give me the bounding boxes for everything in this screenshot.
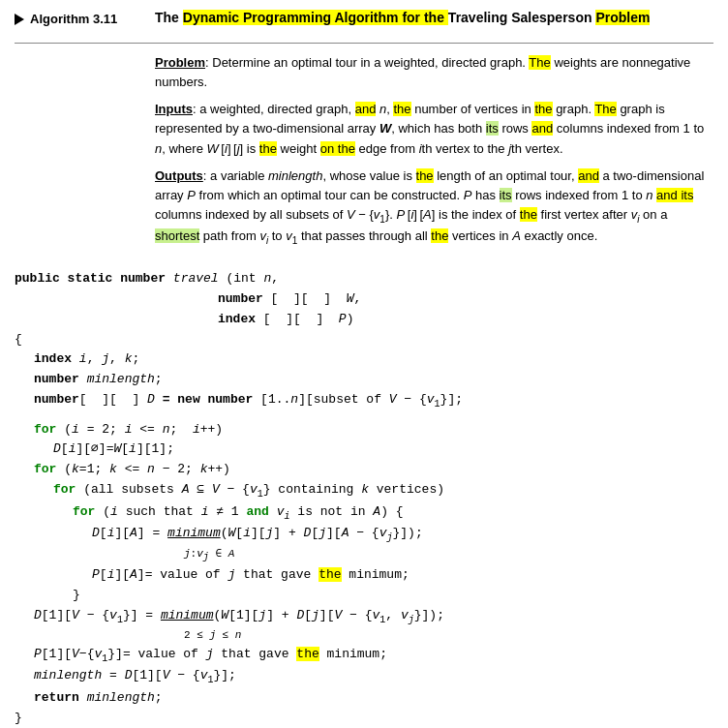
code-p-assign: P[i][A]= value of j that gave the minimu…	[92, 565, 713, 586]
code-vars-number: number minlength;	[34, 370, 713, 390]
main-content: Problem: Determine an optimal tour in a …	[15, 53, 713, 256]
triangle-icon	[15, 14, 24, 25]
problem-label: Problem	[155, 55, 205, 70]
problem-text: : Determine an optimal tour in a weighte…	[155, 55, 690, 89]
code-d1-assign: D[1][V − {v1}] = minimum(W[1][j] + D[j][…	[34, 606, 713, 628]
title-the: The	[155, 10, 183, 25]
outputs-text: : a variable minlength, whose value is t…	[155, 168, 704, 243]
kw-public: public static number	[15, 271, 166, 286]
code-for1: for (i = 2; i <= n; i++)	[34, 420, 713, 440]
outputs-label: Outputs	[155, 168, 203, 183]
fn-name: travel	[173, 271, 219, 286]
code-for2: for (k=1; k <= n − 2; k++)	[34, 460, 713, 480]
code-open-brace: {	[15, 330, 713, 350]
code-d-assign: D[i][A] = minimum(W[i][j] + D[j][A − {vj…	[92, 524, 713, 546]
algorithm-title: The Dynamic Programming Algorithm for th…	[155, 10, 713, 35]
code-subscript2: 2 ≤ j ≤ n	[184, 627, 713, 645]
inputs-paragraph: Inputs: a weighted, directed graph, and …	[155, 100, 713, 158]
code-p1-assign: P[1][V−{v1}]= value of j that gave the m…	[34, 645, 713, 667]
problem-paragraph: Problem: Determine an optimal tour in a …	[155, 53, 713, 92]
code-for4: for (i such that i ≠ 1 and vi is not in …	[73, 502, 713, 525]
outputs-paragraph: Outputs: a variable minlength, whose val…	[155, 167, 713, 248]
code-signature-line: public static number travel (int n,	[15, 269, 713, 289]
code-vars-index: index i, j, k;	[34, 349, 713, 370]
code-for3: for (all subsets A ⊆ V − {v1} containing…	[53, 480, 713, 502]
algorithm-number: Algorithm 3.11	[30, 12, 117, 26]
code-minlength-assign: minlength = D[1][V − {v1}];	[34, 666, 713, 688]
code-return: return minlength;	[34, 688, 713, 709]
description-block: Problem: Determine an optimal tour in a …	[155, 53, 713, 256]
code-param3-line: index [ ][ ] P)	[218, 310, 713, 330]
title-problem: Problem	[595, 10, 650, 25]
inputs-text: : a weighted, directed graph, and n, the…	[155, 102, 704, 155]
code-close-brace1: }	[73, 586, 713, 606]
algorithm-header: Algorithm 3.11 The Dynamic Programming A…	[15, 10, 713, 44]
code-block: public static number travel (int n, numb…	[15, 269, 713, 728]
code-close-brace-final: }	[15, 709, 713, 728]
code-spacer1	[15, 412, 713, 420]
inputs-label: Inputs	[155, 102, 193, 116]
code-subscript1: j:vj ∈ A	[184, 546, 713, 565]
code-param2-line: number [ ][ ] W,	[218, 289, 713, 310]
title-dynamic: Dynamic Programming Algorithm for the	[183, 10, 448, 25]
title-traveling: Traveling Salesperson	[448, 10, 596, 25]
code-for1-body: D[i][∅]=W[i][1];	[53, 440, 713, 460]
algorithm-label: Algorithm 3.11	[15, 10, 155, 26]
code-vars-d: number[ ][ ] D = new number [1..n][subse…	[34, 390, 713, 412]
algorithm-title-text: The Dynamic Programming Algorithm for th…	[155, 10, 713, 25]
